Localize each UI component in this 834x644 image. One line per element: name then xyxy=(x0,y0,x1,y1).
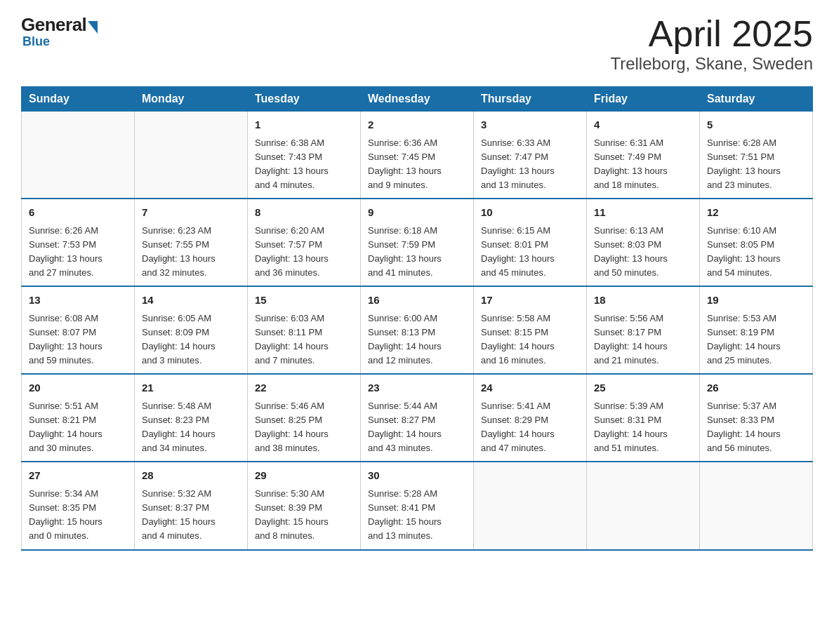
day-info: Sunrise: 5:28 AMSunset: 8:41 PMDaylight:… xyxy=(368,487,466,544)
day-number: 23 xyxy=(368,380,466,396)
calendar-cell: 11Sunrise: 6:13 AMSunset: 8:03 PMDayligh… xyxy=(587,199,700,286)
day-info: Sunrise: 5:32 AMSunset: 8:37 PMDaylight:… xyxy=(142,487,240,544)
day-number: 16 xyxy=(368,293,466,309)
logo-blue-text: Blue xyxy=(22,34,50,49)
day-number: 13 xyxy=(29,293,127,309)
day-number: 21 xyxy=(142,380,240,396)
header-day-saturday: Saturday xyxy=(700,87,813,112)
calendar-cell: 28Sunrise: 5:32 AMSunset: 8:37 PMDayligh… xyxy=(135,462,248,549)
calendar-cell: 7Sunrise: 6:23 AMSunset: 7:55 PMDaylight… xyxy=(135,199,248,286)
day-number: 10 xyxy=(481,205,579,221)
day-number: 2 xyxy=(368,117,466,133)
day-number: 11 xyxy=(594,205,692,221)
day-info: Sunrise: 5:46 AMSunset: 8:25 PMDaylight:… xyxy=(255,399,353,456)
day-info: Sunrise: 5:41 AMSunset: 8:29 PMDaylight:… xyxy=(481,399,579,456)
calendar-cell: 13Sunrise: 6:08 AMSunset: 8:07 PMDayligh… xyxy=(22,286,135,374)
day-info: Sunrise: 6:03 AMSunset: 8:11 PMDaylight:… xyxy=(255,311,353,368)
day-info: Sunrise: 5:53 AMSunset: 8:19 PMDaylight:… xyxy=(707,311,805,368)
calendar-cell: 18Sunrise: 5:56 AMSunset: 8:17 PMDayligh… xyxy=(587,286,700,374)
calendar-cell: 3Sunrise: 6:33 AMSunset: 7:47 PMDaylight… xyxy=(474,112,587,199)
day-info: Sunrise: 6:31 AMSunset: 7:49 PMDaylight:… xyxy=(594,136,692,193)
day-number: 15 xyxy=(255,293,353,309)
title-block: April 2025 Trelleborg, Skane, Sweden xyxy=(610,14,813,74)
day-info: Sunrise: 5:44 AMSunset: 8:27 PMDaylight:… xyxy=(368,399,466,456)
day-number: 3 xyxy=(481,117,579,133)
day-info: Sunrise: 5:51 AMSunset: 8:21 PMDaylight:… xyxy=(29,399,127,456)
header-day-tuesday: Tuesday xyxy=(248,87,361,112)
logo-general-text: General xyxy=(21,14,86,36)
day-number: 9 xyxy=(368,205,466,221)
calendar-cell: 21Sunrise: 5:48 AMSunset: 8:23 PMDayligh… xyxy=(135,374,248,462)
header-day-thursday: Thursday xyxy=(474,87,587,112)
day-number: 7 xyxy=(142,205,240,221)
calendar-cell: 14Sunrise: 6:05 AMSunset: 8:09 PMDayligh… xyxy=(135,286,248,374)
day-info: Sunrise: 6:00 AMSunset: 8:13 PMDaylight:… xyxy=(368,311,466,368)
calendar-cell: 22Sunrise: 5:46 AMSunset: 8:25 PMDayligh… xyxy=(248,374,361,462)
calendar-week-row: 20Sunrise: 5:51 AMSunset: 8:21 PMDayligh… xyxy=(22,374,813,462)
calendar-cell: 10Sunrise: 6:15 AMSunset: 8:01 PMDayligh… xyxy=(474,199,587,286)
calendar-cell xyxy=(474,462,587,549)
calendar-subtitle: Trelleborg, Skane, Sweden xyxy=(610,54,813,74)
day-info: Sunrise: 6:05 AMSunset: 8:09 PMDaylight:… xyxy=(142,311,240,368)
calendar-cell: 15Sunrise: 6:03 AMSunset: 8:11 PMDayligh… xyxy=(248,286,361,374)
day-info: Sunrise: 6:13 AMSunset: 8:03 PMDaylight:… xyxy=(594,224,692,281)
calendar-title: April 2025 xyxy=(610,14,813,54)
calendar-cell: 5Sunrise: 6:28 AMSunset: 7:51 PMDaylight… xyxy=(700,112,813,199)
calendar-cell: 20Sunrise: 5:51 AMSunset: 8:21 PMDayligh… xyxy=(22,374,135,462)
calendar-table: SundayMondayTuesdayWednesdayThursdayFrid… xyxy=(21,86,813,550)
day-number: 20 xyxy=(29,380,127,396)
calendar-cell: 1Sunrise: 6:38 AMSunset: 7:43 PMDaylight… xyxy=(248,112,361,199)
calendar-week-row: 6Sunrise: 6:26 AMSunset: 7:53 PMDaylight… xyxy=(22,199,813,286)
day-info: Sunrise: 6:28 AMSunset: 7:51 PMDaylight:… xyxy=(707,136,805,193)
logo: General Blue xyxy=(21,14,98,49)
calendar-header-row: SundayMondayTuesdayWednesdayThursdayFrid… xyxy=(22,87,813,112)
day-number: 17 xyxy=(481,293,579,309)
day-number: 26 xyxy=(707,380,805,396)
calendar-cell: 25Sunrise: 5:39 AMSunset: 8:31 PMDayligh… xyxy=(587,374,700,462)
day-info: Sunrise: 6:38 AMSunset: 7:43 PMDaylight:… xyxy=(255,136,353,193)
calendar-week-row: 27Sunrise: 5:34 AMSunset: 8:35 PMDayligh… xyxy=(22,462,813,549)
day-info: Sunrise: 6:15 AMSunset: 8:01 PMDaylight:… xyxy=(481,224,579,281)
calendar-cell: 23Sunrise: 5:44 AMSunset: 8:27 PMDayligh… xyxy=(361,374,474,462)
day-number: 6 xyxy=(29,205,127,221)
calendar-cell: 19Sunrise: 5:53 AMSunset: 8:19 PMDayligh… xyxy=(700,286,813,374)
day-info: Sunrise: 6:20 AMSunset: 7:57 PMDaylight:… xyxy=(255,224,353,281)
day-number: 8 xyxy=(255,205,353,221)
logo-arrow-icon xyxy=(88,21,98,34)
day-info: Sunrise: 5:48 AMSunset: 8:23 PMDaylight:… xyxy=(142,399,240,456)
calendar-cell: 26Sunrise: 5:37 AMSunset: 8:33 PMDayligh… xyxy=(700,374,813,462)
calendar-cell: 17Sunrise: 5:58 AMSunset: 8:15 PMDayligh… xyxy=(474,286,587,374)
day-info: Sunrise: 6:10 AMSunset: 8:05 PMDaylight:… xyxy=(707,224,805,281)
calendar-week-row: 13Sunrise: 6:08 AMSunset: 8:07 PMDayligh… xyxy=(22,286,813,374)
day-number: 1 xyxy=(255,117,353,133)
day-number: 18 xyxy=(594,293,692,309)
day-info: Sunrise: 6:18 AMSunset: 7:59 PMDaylight:… xyxy=(368,224,466,281)
calendar-cell xyxy=(135,112,248,199)
day-number: 28 xyxy=(142,468,240,484)
day-info: Sunrise: 6:26 AMSunset: 7:53 PMDaylight:… xyxy=(29,224,127,281)
header-day-friday: Friday xyxy=(587,87,700,112)
day-number: 30 xyxy=(368,468,466,484)
day-info: Sunrise: 5:34 AMSunset: 8:35 PMDaylight:… xyxy=(29,487,127,544)
calendar-cell xyxy=(22,112,135,199)
day-number: 24 xyxy=(481,380,579,396)
day-info: Sunrise: 5:56 AMSunset: 8:17 PMDaylight:… xyxy=(594,311,692,368)
day-number: 14 xyxy=(142,293,240,309)
calendar-cell xyxy=(700,462,813,549)
header-day-wednesday: Wednesday xyxy=(361,87,474,112)
day-info: Sunrise: 5:37 AMSunset: 8:33 PMDaylight:… xyxy=(707,399,805,456)
calendar-cell: 9Sunrise: 6:18 AMSunset: 7:59 PMDaylight… xyxy=(361,199,474,286)
day-number: 27 xyxy=(29,468,127,484)
day-info: Sunrise: 5:30 AMSunset: 8:39 PMDaylight:… xyxy=(255,487,353,544)
calendar-cell xyxy=(587,462,700,549)
day-info: Sunrise: 6:33 AMSunset: 7:47 PMDaylight:… xyxy=(481,136,579,193)
day-info: Sunrise: 6:08 AMSunset: 8:07 PMDaylight:… xyxy=(29,311,127,368)
day-info: Sunrise: 6:36 AMSunset: 7:45 PMDaylight:… xyxy=(368,136,466,193)
header-day-sunday: Sunday xyxy=(22,87,135,112)
day-number: 5 xyxy=(707,117,805,133)
day-info: Sunrise: 6:23 AMSunset: 7:55 PMDaylight:… xyxy=(142,224,240,281)
calendar-cell: 8Sunrise: 6:20 AMSunset: 7:57 PMDaylight… xyxy=(248,199,361,286)
day-number: 19 xyxy=(707,293,805,309)
calendar-cell: 27Sunrise: 5:34 AMSunset: 8:35 PMDayligh… xyxy=(22,462,135,549)
day-info: Sunrise: 5:39 AMSunset: 8:31 PMDaylight:… xyxy=(594,399,692,456)
